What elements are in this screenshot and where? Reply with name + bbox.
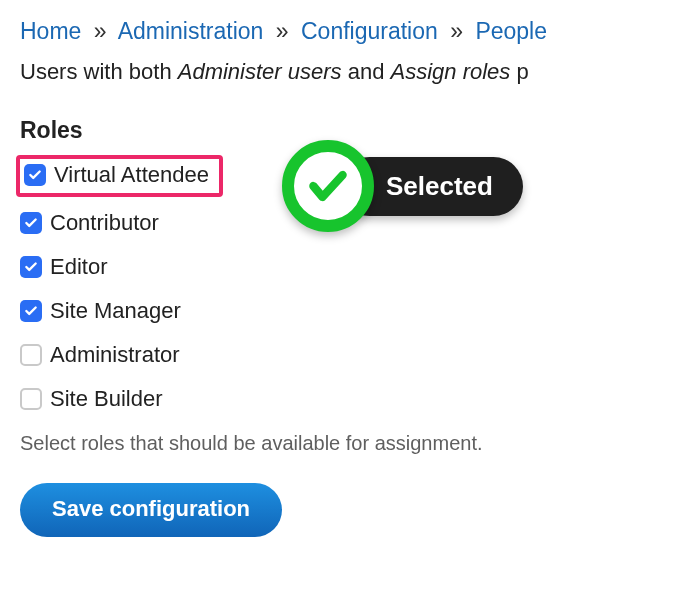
role-item-contributor[interactable]: Contributor bbox=[20, 210, 159, 236]
save-configuration-button[interactable]: Save configuration bbox=[20, 483, 282, 537]
checkbox-unchecked-icon[interactable] bbox=[20, 344, 42, 366]
role-label: Site Manager bbox=[50, 298, 181, 324]
checkbox-unchecked-icon[interactable] bbox=[20, 388, 42, 410]
breadcrumb-item-administration[interactable]: Administration bbox=[118, 18, 264, 44]
roles-list: Virtual Attendee Contributor Editor Site… bbox=[20, 158, 656, 412]
role-item-virtual-attendee[interactable]: Virtual Attendee bbox=[16, 155, 223, 197]
role-item-administrator[interactable]: Administrator bbox=[20, 342, 180, 368]
breadcrumb-item-configuration[interactable]: Configuration bbox=[301, 18, 438, 44]
breadcrumb: Home » Administration » Configuration » … bbox=[20, 18, 656, 45]
checkbox-checked-icon[interactable] bbox=[20, 300, 42, 322]
role-item-editor[interactable]: Editor bbox=[20, 254, 107, 280]
roles-help-text: Select roles that should be available fo… bbox=[20, 432, 656, 455]
role-item-site-builder[interactable]: Site Builder bbox=[20, 386, 163, 412]
roles-section-title: Roles bbox=[20, 117, 656, 144]
breadcrumb-item-people[interactable]: People bbox=[475, 18, 547, 44]
breadcrumb-item-home[interactable]: Home bbox=[20, 18, 81, 44]
checkbox-checked-icon[interactable] bbox=[20, 212, 42, 234]
breadcrumb-separator: » bbox=[270, 18, 295, 44]
checkbox-checked-icon[interactable] bbox=[24, 164, 46, 186]
role-label: Site Builder bbox=[50, 386, 163, 412]
breadcrumb-separator: » bbox=[444, 18, 469, 44]
checkbox-checked-icon[interactable] bbox=[20, 256, 42, 278]
page-description: Users with both Administer users and Ass… bbox=[20, 59, 656, 85]
role-item-site-manager[interactable]: Site Manager bbox=[20, 298, 181, 324]
role-label: Administrator bbox=[50, 342, 180, 368]
role-label: Contributor bbox=[50, 210, 159, 236]
role-label: Virtual Attendee bbox=[54, 162, 209, 188]
breadcrumb-separator: » bbox=[88, 18, 113, 44]
role-label: Editor bbox=[50, 254, 107, 280]
